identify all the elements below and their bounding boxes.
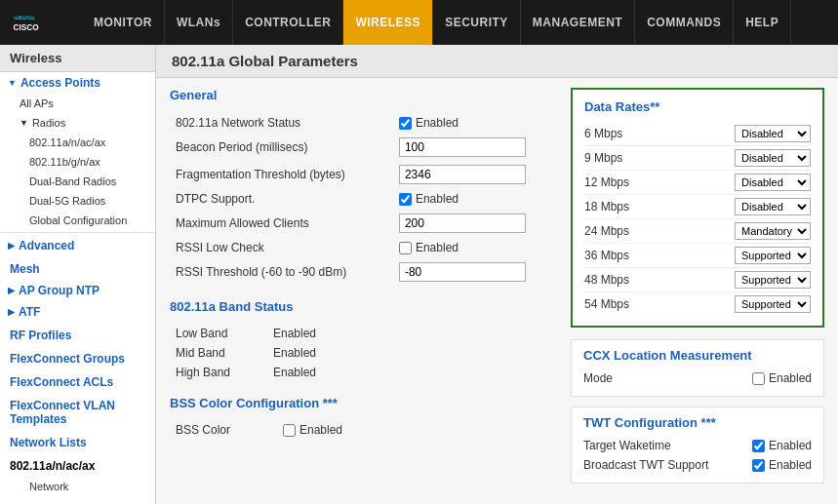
sidebar-item-network-lists[interactable]: Network Lists <box>0 430 155 453</box>
rate-label: 9 Mbps <box>584 151 653 165</box>
sidebar-item-80211a-main[interactable]: 802.11a/n/ac/ax <box>0 453 155 477</box>
twt-row: Target WaketimeEnabled <box>583 436 812 455</box>
rate-label: 12 Mbps <box>584 175 653 189</box>
bss-label: BSS Color <box>176 423 273 437</box>
sidebar-title: Wireless <box>0 45 155 72</box>
twt-row-val: Enabled <box>752 458 812 472</box>
checkbox-label[interactable]: Enabled <box>399 116 553 130</box>
rate-select[interactable]: DisabledMandatorySupported <box>735 247 811 264</box>
field-label: Maximum Allowed Clients <box>170 210 393 237</box>
divider <box>0 232 155 233</box>
sidebar-item-ap-group-ntp[interactable]: ▶ AP Group NTP <box>0 280 155 301</box>
band-status-title: 802.11a Band Status <box>170 299 559 316</box>
sidebar-item-radios[interactable]: ▼Radios <box>0 113 155 133</box>
rate-row: 54 MbpsDisabledMandatorySupported <box>584 292 811 316</box>
twt-row: Broadcast TWT SupportEnabled <box>583 455 812 475</box>
arrow-right-icon: ▶ <box>8 241 15 251</box>
rssi-check-text: Enabled <box>416 241 459 254</box>
rate-row: 12 MbpsDisabledMandatorySupported <box>584 171 811 195</box>
field-label: Beacon Period (millisecs) <box>170 134 393 161</box>
sidebar-item-rf-profiles[interactable]: RF Profiles <box>0 323 155 346</box>
rate-select[interactable]: DisabledMandatorySupported <box>735 222 811 240</box>
nav-wireless[interactable]: WIRELESS <box>343 0 433 45</box>
arrow-right-icon: ▶ <box>8 286 15 295</box>
nav-controller[interactable]: CONTROLLER <box>233 0 343 45</box>
right-panel: Data Rates** 6 MbpsDisabledMandatorySupp… <box>571 88 824 493</box>
frag-threshold-input[interactable] <box>399 165 526 184</box>
arrow-right-icon: ▶ <box>8 307 15 317</box>
rssi-check-checkbox[interactable] <box>399 242 412 254</box>
sidebar-item-dual-band[interactable]: Dual-Band Radios <box>0 172 155 191</box>
svg-text:աlաlա.: աlաlա. <box>14 15 36 20</box>
field-max-clients: Maximum Allowed Clients <box>170 210 559 237</box>
data-rates-box: Data Rates** 6 MbpsDisabledMandatorySupp… <box>571 88 824 328</box>
sidebar-item-80211b[interactable]: 802.11b/g/n/ax <box>0 152 155 172</box>
rate-select[interactable]: DisabledMandatorySupported <box>735 174 811 191</box>
band-label: Mid Band <box>170 343 267 363</box>
rate-select[interactable]: DisabledMandatorySupported <box>735 295 811 313</box>
nav-security[interactable]: SECURITY <box>433 0 521 45</box>
rssi-threshold-input[interactable] <box>399 262 526 282</box>
twt-row-label: Broadcast TWT Support <box>583 458 708 472</box>
sidebar-item-dual-5g[interactable]: Dual-5G Radios <box>0 191 155 211</box>
data-rates-title: Data Rates** <box>584 99 811 114</box>
sidebar: Wireless ▼ Access Points All APs ▼Radios… <box>0 45 156 504</box>
rate-label: 18 Mbps <box>584 200 653 213</box>
nav-wlans[interactable]: WLANs <box>165 0 233 45</box>
rate-select[interactable]: DisabledMandatorySupported <box>735 271 811 289</box>
twt-checkbox-text: Enabled <box>769 439 812 452</box>
ccx-mode-text: Enabled <box>769 371 812 385</box>
ccx-mode-label: Mode <box>583 371 613 385</box>
main-content: 802.11a Global Parameters General 802.11… <box>156 45 838 504</box>
twt-checkbox-text: Enabled <box>769 458 812 472</box>
sidebar-item-network[interactable]: Network <box>0 477 155 496</box>
checkbox-text: Enabled <box>416 116 459 130</box>
sidebar-item-global-config[interactable]: Global Configuration <box>0 211 155 230</box>
nav-monitor[interactable]: MONITOR <box>82 0 165 45</box>
nav-management[interactable]: MANAGEMENT <box>521 0 635 45</box>
arrow-down-icon: ▼ <box>20 118 28 128</box>
sidebar-item-all-aps[interactable]: All APs <box>0 94 155 113</box>
bss-color-label[interactable]: Enabled <box>283 423 342 437</box>
rate-select[interactable]: DisabledMandatorySupported <box>735 198 811 215</box>
field-rssi-check: RSSI Low Check Enabled <box>170 237 559 258</box>
beacon-period-input[interactable] <box>399 137 526 157</box>
rate-select[interactable]: DisabledMandatorySupported <box>735 125 811 142</box>
twt-checkbox[interactable] <box>752 440 765 452</box>
band-value: Enabled <box>267 324 559 343</box>
field-label: RSSI Low Check <box>170 237 393 258</box>
max-clients-input[interactable] <box>399 213 526 233</box>
sidebar-item-advanced[interactable]: ▶ Advanced <box>0 235 155 256</box>
sidebar-item-atf[interactable]: ▶ ATF <box>0 301 155 323</box>
svg-text:CISCO: CISCO <box>14 23 40 32</box>
sidebar-item-access-points[interactable]: ▼ Access Points <box>0 72 155 94</box>
ccx-mode-checkbox[interactable] <box>752 372 765 385</box>
band-label: Low Band <box>170 324 267 343</box>
rate-select[interactable]: DisabledMandatorySupported <box>735 149 811 167</box>
bss-color-checkbox[interactable] <box>283 424 296 437</box>
rssi-check-label[interactable]: Enabled <box>399 241 553 254</box>
nav-commands[interactable]: COMMANDS <box>635 0 734 45</box>
sidebar-item-flexconnect-acls[interactable]: FlexConnect ACLs <box>0 369 155 393</box>
left-panel: General 802.11a Network Status Enabled B… <box>170 88 559 493</box>
sidebar-item-flexconnect-groups[interactable]: FlexConnect Groups <box>0 346 155 369</box>
rate-label: 24 Mbps <box>584 224 653 238</box>
sidebar-item-mesh[interactable]: Mesh <box>0 256 155 280</box>
ccx-title: CCX Location Measurement <box>583 348 812 363</box>
nav-help[interactable]: HELP <box>734 0 791 45</box>
field-frag-threshold: Fragmentation Threshold (bytes) <box>170 161 559 188</box>
ccx-mode-row: Mode Enabled <box>583 368 812 388</box>
band-row-mid: Mid Band Enabled <box>170 343 559 363</box>
ccx-mode-val: Enabled <box>752 371 812 385</box>
band-value: Enabled <box>267 343 559 363</box>
dtpc-checkbox[interactable] <box>399 193 412 206</box>
field-label: DTPC Support. <box>170 188 393 210</box>
dtpc-label[interactable]: Enabled <box>399 192 553 206</box>
bss-color-row: BSS Color Enabled <box>170 420 559 440</box>
network-status-checkbox[interactable] <box>399 117 412 130</box>
sidebar-item-flexconnect-vlan[interactable]: FlexConnect VLAN Templates <box>0 393 155 430</box>
sidebar-item-80211a[interactable]: 802.11a/n/ac/ax <box>0 133 155 152</box>
bss-color-title: BSS Color Configuration *** <box>170 396 559 412</box>
twt-checkbox[interactable] <box>752 459 765 472</box>
band-label: High Band <box>170 363 267 382</box>
